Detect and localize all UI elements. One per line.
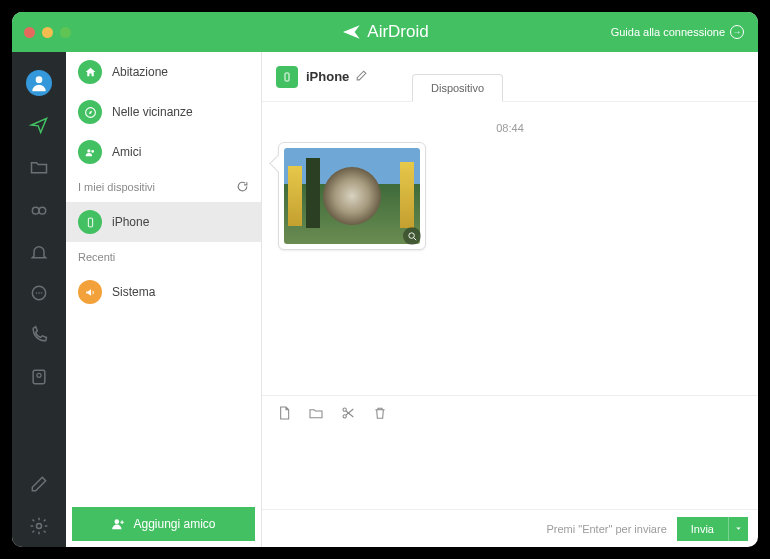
send-row: Premi "Enter" per inviare Invia [262, 509, 758, 547]
svg-point-2 [39, 207, 46, 214]
message-input[interactable] [262, 429, 758, 509]
send-options-button[interactable] [728, 517, 748, 541]
devices-header-label: I miei dispositivi [78, 181, 155, 193]
message-timestamp: 08:44 [278, 122, 742, 134]
contact-label: Nelle vicinanze [112, 105, 193, 119]
refresh-devices-button[interactable] [236, 180, 249, 195]
edit-icon [29, 474, 49, 494]
svg-point-18 [343, 408, 346, 411]
recent-header-label: Recenti [78, 251, 115, 263]
app-window: AirDroid Guida alla connessione → [12, 12, 758, 547]
contact-label: Amici [112, 145, 141, 159]
paper-plane-icon [29, 115, 49, 135]
folder-icon [29, 157, 49, 177]
svg-rect-13 [88, 218, 92, 227]
chat-panel: iPhone Dispositivo 08:44 [262, 52, 758, 547]
magnify-icon [407, 231, 418, 242]
recent-label: Sistema [112, 285, 155, 299]
contacts-panel: Abitazione Nelle vicinanze Amici I miei … [66, 52, 262, 547]
airdroid-logo-icon [341, 22, 361, 42]
delete-button[interactable] [372, 405, 388, 421]
phone-device-icon [84, 216, 97, 229]
chat-device-icon [276, 66, 298, 88]
chat-icon [29, 283, 49, 303]
nav-remote[interactable] [12, 188, 66, 230]
folder-icon [308, 405, 324, 421]
svg-point-8 [37, 373, 41, 377]
add-person-icon [111, 517, 125, 531]
contacts-icon [29, 367, 49, 387]
attach-folder-button[interactable] [308, 405, 324, 421]
chevron-down-icon [734, 524, 743, 533]
svg-point-16 [408, 232, 414, 238]
image-thumbnail [284, 148, 420, 244]
friends-icon [84, 146, 97, 159]
device-iphone[interactable]: iPhone [66, 202, 261, 242]
maximize-window-button[interactable] [60, 27, 71, 38]
close-window-button[interactable] [24, 27, 35, 38]
svg-point-6 [41, 292, 43, 294]
trash-icon [372, 405, 388, 421]
add-friend-label: Aggiungi amico [133, 517, 215, 531]
window-controls [24, 27, 71, 38]
send-button[interactable]: Invia [677, 517, 728, 541]
chat-title: iPhone [306, 69, 349, 84]
attach-file-button[interactable] [276, 405, 292, 421]
compass-icon [84, 106, 97, 119]
contact-home[interactable]: Abitazione [66, 52, 261, 92]
svg-point-11 [87, 149, 90, 152]
chat-header: iPhone Dispositivo [262, 52, 758, 102]
app-title: AirDroid [367, 22, 428, 42]
nav-contacts[interactable] [12, 356, 66, 398]
compose-toolbar [262, 395, 758, 429]
svg-point-4 [36, 292, 38, 294]
app-brand: AirDroid [341, 22, 428, 42]
nav-rail [12, 52, 66, 547]
binoculars-icon [29, 199, 49, 219]
contact-nearby[interactable]: Nelle vicinanze [66, 92, 261, 132]
person-icon [29, 73, 49, 93]
cut-button[interactable] [340, 405, 356, 421]
nav-transfer[interactable] [12, 104, 66, 146]
nav-files[interactable] [12, 146, 66, 188]
bell-icon [29, 241, 49, 261]
pencil-icon [355, 69, 368, 82]
nav-sms[interactable] [12, 272, 66, 314]
home-icon [84, 66, 97, 79]
app-body: Abitazione Nelle vicinanze Amici I miei … [12, 52, 758, 547]
tab-label: Dispositivo [431, 82, 484, 94]
svg-point-5 [38, 292, 40, 294]
connection-guide-label: Guida alla connessione [611, 26, 725, 38]
nav-settings[interactable] [12, 505, 66, 547]
nav-edit[interactable] [12, 463, 66, 505]
devices-header: I miei dispositivi [66, 172, 261, 202]
nav-calls[interactable] [12, 314, 66, 356]
edit-device-name-button[interactable] [355, 68, 368, 86]
svg-point-0 [36, 76, 43, 83]
recent-header: Recenti [66, 242, 261, 272]
megaphone-icon [84, 286, 97, 299]
device-label: iPhone [112, 215, 149, 229]
connection-guide-link[interactable]: Guida alla connessione → [611, 25, 744, 39]
profile-avatar[interactable] [12, 62, 66, 104]
svg-point-9 [37, 524, 42, 529]
zoom-image-button[interactable] [403, 227, 421, 245]
recent-system[interactable]: Sistema [66, 272, 261, 312]
add-friend-button[interactable]: Aggiungi amico [72, 507, 255, 541]
send-label: Invia [691, 523, 714, 535]
send-hint: Premi "Enter" per inviare [546, 523, 666, 535]
arrow-right-icon: → [730, 25, 744, 39]
svg-rect-15 [285, 73, 289, 81]
minimize-window-button[interactable] [42, 27, 53, 38]
gear-icon [29, 516, 49, 536]
image-message[interactable] [278, 142, 426, 250]
tab-device[interactable]: Dispositivo [412, 74, 503, 102]
contact-label: Abitazione [112, 65, 168, 79]
contact-friends[interactable]: Amici [66, 132, 261, 172]
svg-point-14 [115, 519, 120, 524]
svg-point-1 [32, 207, 39, 214]
titlebar: AirDroid Guida alla connessione → [12, 12, 758, 52]
phone-icon [29, 325, 49, 345]
nav-notifications[interactable] [12, 230, 66, 272]
svg-point-17 [343, 414, 346, 417]
